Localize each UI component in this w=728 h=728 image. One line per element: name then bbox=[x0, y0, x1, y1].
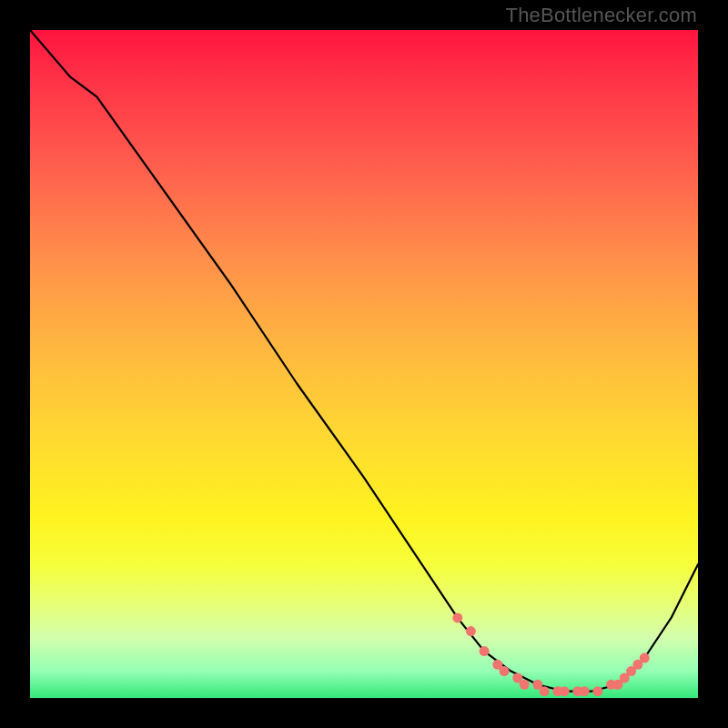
highlight-dot bbox=[520, 680, 530, 690]
chart-plot bbox=[30, 30, 698, 698]
highlight-dot bbox=[466, 626, 476, 636]
highlight-dot bbox=[500, 666, 510, 676]
highlight-dots bbox=[452, 612, 650, 696]
highlight-dot bbox=[560, 686, 570, 696]
bottleneck-curve bbox=[30, 30, 698, 692]
highlight-dot bbox=[452, 612, 462, 622]
highlight-dot bbox=[480, 646, 490, 656]
highlight-dot bbox=[592, 686, 602, 696]
highlight-dot bbox=[640, 653, 650, 663]
highlight-dot bbox=[540, 686, 550, 696]
attribution-label: TheBottlenecker.com bbox=[506, 4, 697, 27]
highlight-dot bbox=[580, 686, 590, 696]
